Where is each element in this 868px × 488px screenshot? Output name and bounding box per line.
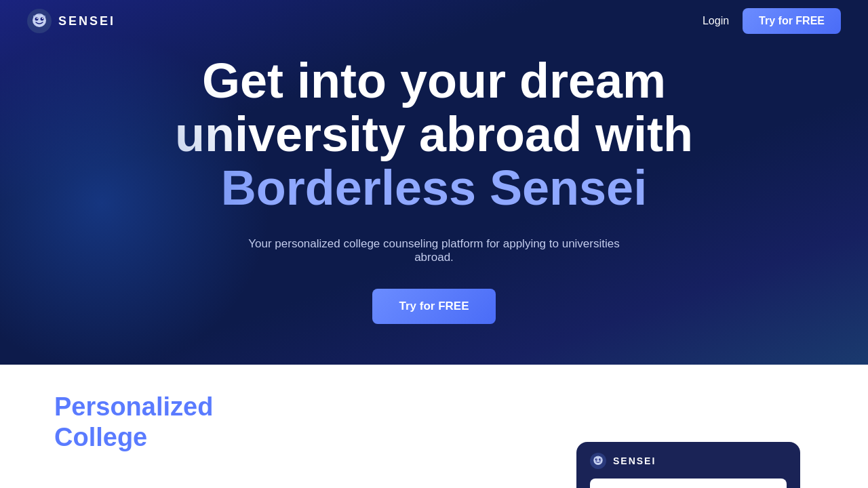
svg-point-2 xyxy=(35,18,39,21)
svg-point-13 xyxy=(596,458,597,459)
logo[interactable]: SENSEI xyxy=(27,9,115,33)
sensei-card: SENSEI xyxy=(576,442,800,488)
nav-actions: Login Try for FREE xyxy=(703,8,841,34)
svg-rect-6 xyxy=(33,16,35,17)
svg-point-5 xyxy=(42,18,43,19)
hero-heading-line3: Borderless Sensei xyxy=(221,161,647,215)
sensei-logo-icon xyxy=(27,9,52,33)
sensei-card-input-field[interactable] xyxy=(590,479,787,488)
below-hero-section: Personalized College SENSEI xyxy=(0,365,868,488)
svg-point-12 xyxy=(599,458,601,460)
hero-heading: Get into your dream university abroad wi… xyxy=(175,54,693,216)
svg-rect-8 xyxy=(38,14,41,15)
hero-heading-line2: university abroad with xyxy=(175,107,693,161)
sensei-card-logo-text: SENSEI xyxy=(613,455,656,466)
sensei-card-header: SENSEI xyxy=(590,453,787,469)
svg-point-14 xyxy=(600,458,601,459)
login-link[interactable]: Login xyxy=(703,15,729,27)
svg-point-3 xyxy=(41,18,44,21)
svg-rect-7 xyxy=(43,16,45,17)
logo-text: SENSEI xyxy=(58,14,115,28)
navbar: SENSEI Login Try for FREE xyxy=(0,0,868,42)
hero-subtext: Your personalized college counseling pla… xyxy=(231,237,637,264)
svg-rect-16 xyxy=(601,457,602,458)
sensei-card-logo-icon xyxy=(590,453,606,469)
try-free-button-hero[interactable]: Try for FREE xyxy=(372,289,496,324)
svg-rect-15 xyxy=(594,457,595,458)
svg-rect-17 xyxy=(597,455,599,456)
svg-point-11 xyxy=(595,458,597,460)
svg-point-4 xyxy=(37,18,38,19)
hero-heading-line1: Get into your dream xyxy=(202,54,666,108)
hero-section: Get into your dream university abroad wi… xyxy=(0,0,868,365)
try-free-button-nav[interactable]: Try for FREE xyxy=(743,8,841,34)
personalized-college-heading: Personalized College xyxy=(54,392,258,453)
